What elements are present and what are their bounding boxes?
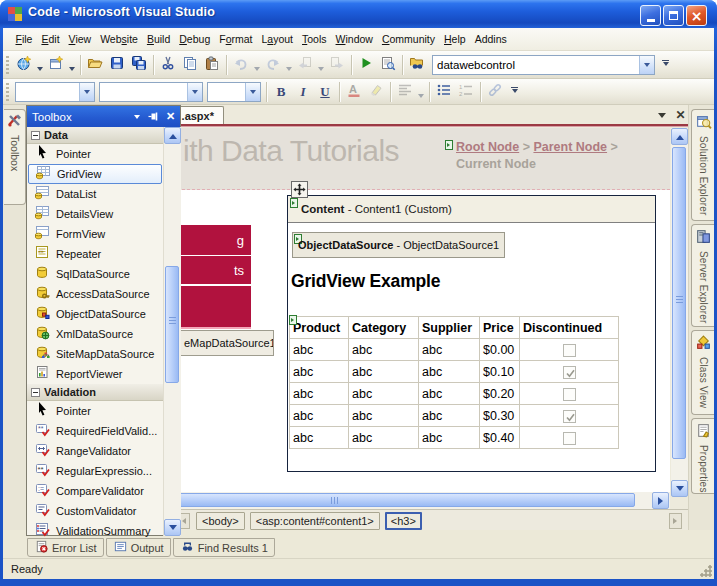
toolbox-close-icon[interactable]: ✕ [163,109,178,124]
toolbar-grip[interactable] [6,56,9,74]
menu-item-build[interactable]: Build [142,28,174,50]
objectdatasource-control[interactable]: ObjectDataSource - ObjectDataSource1 [292,232,505,258]
menu-item-help[interactable]: Help [440,28,471,50]
dock-tab-server-explorer[interactable]: Server Explorer [691,224,714,327]
minimize-button[interactable] [640,5,661,26]
toolbox-item-objectdatasource[interactable]: ObjectDataSource [27,304,163,324]
undo-dropdown[interactable] [252,54,262,76]
navigate-forward-button[interactable] [326,54,348,76]
menu-item-website[interactable]: Website [96,28,143,50]
copy-button[interactable] [179,54,201,76]
toolbox-section-validation[interactable]: Validation [27,384,163,401]
new-website-dropdown[interactable] [35,54,45,76]
combobox-dropdown-icon[interactable] [245,83,260,101]
toolbox-item-detailsview[interactable]: DetailsView [27,204,163,224]
toolbox-item-accessdatasource[interactable]: AccessDataSource [27,284,163,304]
toolbox-scroll-thumb[interactable] [165,266,179,383]
redo-dropdown[interactable] [284,54,294,76]
sitemappath-glyph[interactable] [445,140,453,150]
tag-body[interactable]: <body> [196,512,245,530]
title-bar[interactable]: Code - Microsoft Visual Studio × [0,0,717,28]
toolbox-item-formview[interactable]: FormView [27,224,163,244]
toolbox-item-regularexpressio-[interactable]: **RegularExpressio... [27,461,163,481]
toolbox-item-pointer[interactable]: Pointer [27,144,163,164]
undo-button[interactable] [230,54,252,76]
alignment-button[interactable] [394,81,416,103]
resize-grip[interactable] [699,564,712,577]
underline-button[interactable]: U [314,81,336,103]
close-button[interactable]: × [686,5,707,26]
bottom-tab-find-results[interactable]: Find Results 1 [173,538,275,557]
dock-tab-solution-explorer[interactable]: Solution Explorer [691,109,714,221]
style-combobox-1[interactable] [15,82,95,102]
combobox-dropdown-icon[interactable] [79,83,94,101]
tag-aspcontentcontent1[interactable]: <asp:content#content1> [250,512,380,530]
find-combobox-dropdown-icon[interactable] [639,56,654,74]
breadcrumb-link-root[interactable]: Root Node [456,140,519,154]
save-all-button[interactable] [128,54,150,76]
highlight-button[interactable] [365,81,387,103]
menu-item-edit[interactable]: Edit [37,28,64,50]
document-tab[interactable]: .aspx* [175,106,224,124]
toolbox-item-datalist[interactable]: DataList [27,184,163,204]
start-debugging-button[interactable] [355,54,377,76]
vertical-scroll-thumb[interactable] [672,147,686,459]
toolbox-pin-icon[interactable] [146,109,161,124]
toolbox-scrollbar[interactable] [163,127,181,536]
combobox-dropdown-icon[interactable] [187,83,202,101]
document-vertical-scrollbar[interactable] [671,128,688,492]
find-combobox[interactable]: datawebcontrol [432,55,655,75]
toolbox-item-customvalidator[interactable]: CustomValidator [27,501,163,521]
content-control[interactable]: Content - Content1 (Custom) ObjectDataSo… [287,195,656,472]
menu-item-window[interactable]: Window [331,28,377,50]
menu-item-layout[interactable]: Layout [257,28,298,50]
gridview-glyph[interactable] [289,315,297,325]
scroll-right-button[interactable] [652,492,669,509]
navigate-back-dropdown[interactable] [316,54,326,76]
discontinued-checkbox[interactable] [563,410,576,423]
add-new-item-dropdown[interactable] [67,54,77,76]
font-color-button[interactable]: A [343,81,365,103]
toolbox-item-reportviewer[interactable]: ReportViewer [27,364,163,384]
discontinued-checkbox[interactable] [563,388,576,401]
style-combobox-3[interactable] [207,82,261,102]
content-control-header[interactable]: Content - Content1 (Custom) [288,196,655,223]
move-handle[interactable] [291,181,308,198]
tag-h3[interactable]: <h3> [385,512,422,530]
maximize-button[interactable] [663,5,684,26]
cut-button[interactable] [157,54,179,76]
discontinued-checkbox[interactable] [563,344,576,357]
breadcrumb-link-parent[interactable]: Parent Node [533,140,607,154]
toolbar-overflow-button[interactable] [659,54,672,76]
toolbox-item-gridview[interactable]: GridView [28,164,162,184]
bullet-list-button[interactable] [433,81,455,103]
menu-item-file[interactable]: File [11,28,37,50]
redo-button[interactable] [262,54,284,76]
italic-button[interactable]: I [292,81,314,103]
toolbox-item-requiredfieldvalid-[interactable]: **RequiredFieldValid... [27,421,163,441]
toolbox-title-bar[interactable]: Toolbox ✕ [27,106,180,127]
toolbox-dock-tab[interactable]: Toolbox [4,109,26,205]
toolbox-item-sitemapdatasource[interactable]: SiteMapDataSource [27,344,163,364]
bold-button[interactable]: B [270,81,292,103]
toolbar-overflow-button[interactable] [508,81,521,103]
toolbox-item-pointer[interactable]: Pointer [27,401,163,421]
navigate-back-button[interactable] [294,54,316,76]
menu-item-debug[interactable]: Debug [175,28,215,50]
document-list-dropdown-icon[interactable] [655,108,668,121]
save-button[interactable] [106,54,128,76]
toolbox-item-sqldatasource[interactable]: SqlDataSource [27,264,163,284]
add-new-item-button[interactable] [45,54,67,76]
toolbox-scroll-down-button[interactable] [164,519,181,536]
menu-item-community[interactable]: Community [377,28,439,50]
scroll-down-button[interactable] [671,480,688,497]
menu-item-addins[interactable]: Addins [470,28,511,50]
numbered-list-button[interactable]: 12 [455,81,477,103]
dock-tab-properties[interactable]: Properties [691,418,714,494]
find-in-files-button[interactable] [406,54,428,76]
alignment-dropdown[interactable] [416,81,426,103]
content-glyph[interactable] [290,198,298,208]
toolbox-section-data[interactable]: Data [27,127,163,144]
toolbox-item-repeater[interactable]: «»Repeater [27,244,163,264]
open-file-button[interactable] [84,54,106,76]
